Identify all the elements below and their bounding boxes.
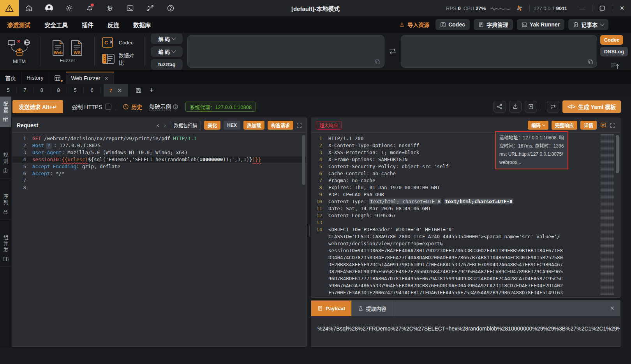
close-tab-icon[interactable]: ✕ [117, 87, 122, 94]
tab-home[interactable]: 首页 [0, 72, 21, 84]
codec-result-tab[interactable]: Codec [600, 35, 624, 45]
share-button[interactable] [494, 101, 506, 113]
side-tab-group-concurrent[interactable]: 组并发 [0, 230, 11, 267]
request-editor[interactable]: 1GET /webroot/decision/nx/report/v9/prin… [12, 133, 307, 346]
code-minimap[interactable] [601, 134, 614, 295]
fuzzer-launcher[interactable]: Web WS Fuzzer [42, 33, 93, 70]
web-fuzzer-file-icon[interactable]: Web [51, 40, 65, 56]
menu-database[interactable]: 数据库 [133, 21, 151, 29]
question-circle-icon[interactable] [173, 104, 178, 110]
send-request-button[interactable]: 发送请求 Alt+↵ [12, 100, 63, 113]
codec-tool[interactable]: C Codec [102, 37, 137, 48]
data-compare-tool[interactable]: 数据对比 [102, 51, 137, 66]
help-button[interactable] [160, 0, 181, 16]
fuzzer-tab-1[interactable]: 5 [0, 87, 17, 93]
response-editor[interactable]: 1HTTP/1.1 2002X-Content-Type-Options: no… [311, 133, 620, 297]
request-scrollbar[interactable] [302, 135, 305, 185]
user-avatar-button[interactable] [39, 0, 59, 16]
ws-fuzzer-file-icon[interactable]: WS [70, 40, 83, 56]
close-button[interactable]: ✕ [613, 0, 631, 16]
line-number: 10 [311, 198, 328, 205]
codec-input-area[interactable] [187, 35, 384, 68]
encode-dropdown[interactable]: 编 码 [151, 46, 183, 57]
home-button[interactable] [19, 0, 39, 16]
generate-yaml-button[interactable]: </> 生成 Yaml 模板 [562, 100, 621, 113]
copy-icon[interactable] [375, 59, 381, 65]
line-number: 3 [12, 149, 32, 156]
settings-gear-button[interactable] [59, 0, 79, 16]
menu-reverse[interactable]: 反连 [108, 21, 119, 29]
engine-pinwheel-icon[interactable] [515, 4, 524, 12]
hotload-button[interactable]: 热加载 [243, 121, 264, 130]
minimize-button[interactable]: — [573, 0, 591, 16]
tab-web-fuzzer[interactable]: Web Fuzzer✕ [66, 72, 114, 84]
lock-icon [3, 209, 8, 215]
blast-example-link[interactable]: 爆破示例 [149, 102, 171, 111]
codec-output-area[interactable] [401, 35, 597, 68]
switch-view-button[interactable] [547, 101, 559, 113]
notifications-bell-button[interactable] [79, 0, 100, 16]
dictionary-manager-button[interactable]: 字典管理 [474, 19, 513, 30]
save-session-icon[interactable] [135, 87, 142, 94]
export-button[interactable] [509, 101, 522, 113]
fuzzer-tab-3[interactable]: 8 [33, 87, 50, 93]
terminal-button[interactable] [120, 0, 140, 16]
request-title: Request [17, 122, 38, 128]
code-line: 2X-Content-Type-Options: nosniff [311, 142, 620, 149]
expand-icon[interactable] [610, 123, 615, 128]
menu-plugins[interactable]: 插件 [82, 21, 93, 29]
dnslog-tab[interactable]: DNSLog [600, 47, 628, 56]
next-arrow-icon[interactable]: › [163, 121, 167, 129]
close-tab-icon[interactable]: ✕ [104, 76, 109, 81]
history-button[interactable]: 历史 [123, 103, 142, 111]
side-tab-sequence[interactable]: 序列 [0, 189, 11, 220]
swap-io-icon[interactable] [384, 33, 401, 70]
prev-arrow-icon[interactable]: ‹ [156, 121, 160, 129]
encoding-dropdown[interactable]: 编码 [528, 121, 548, 130]
code-line: 6Accept: */* [12, 170, 307, 177]
payload-tab[interactable]: Payload [311, 301, 352, 316]
copy-icon[interactable] [587, 59, 594, 65]
expand-icon[interactable] [296, 123, 302, 128]
svg-text:WS: WS [74, 50, 81, 55]
detail-button[interactable]: 详情 [580, 121, 597, 130]
beautify-button[interactable]: 美化 [204, 121, 220, 130]
construct-request-button[interactable]: 构造请求 [268, 121, 293, 130]
comment-icon[interactable] [600, 122, 607, 129]
tab-grid-icon[interactable] [49, 72, 66, 84]
codec-button[interactable]: Codec [435, 19, 470, 30]
hex-button[interactable]: HEX [224, 121, 240, 130]
fuzzer-tab-6[interactable]: 6 [84, 87, 100, 93]
fuzzer-tab-2[interactable]: 7 [17, 87, 33, 93]
collapse-panel-icon[interactable] [610, 62, 620, 70]
add-session-icon[interactable]: + [150, 86, 154, 95]
menu-security-tools[interactable]: 安全工具 [44, 21, 68, 29]
mitm-launcher[interactable]: MITM [0, 33, 39, 70]
full-response-button[interactable]: 完整响应 [552, 121, 577, 130]
decode-dropdown[interactable]: 解 码 [151, 33, 183, 44]
code-line: 11Date: Sat, 14 Mar 2026 08:49:06 GMT [311, 205, 620, 212]
fuzzer-tab-4[interactable]: 8 [50, 87, 67, 93]
close-payload-icon[interactable]: ✕ [610, 305, 615, 312]
app-logo-button[interactable] [0, 0, 19, 16]
import-resources-button[interactable]: 导入资源 [399, 21, 429, 28]
side-tab-rules[interactable]: 规则 [0, 148, 11, 179]
yak-runner-button[interactable]: Yak Runner [517, 19, 564, 30]
panel-resize-handle[interactable] [308, 226, 310, 236]
fuzztag-button[interactable]: fuzztag [151, 59, 183, 70]
code-line: sessionID=94113068E7BA2EF40AA780179D223D… [311, 247, 620, 254]
extract-content-tab[interactable]: 提取内容 [352, 301, 393, 316]
maximize-button[interactable] [593, 0, 611, 16]
import-button[interactable] [525, 101, 537, 113]
menu-pentest[interactable]: 渗透测试 [7, 21, 30, 29]
notepad-button[interactable]: 记事本 [568, 19, 608, 30]
response-scrollbar[interactable] [616, 135, 619, 173]
tools-wrench-button[interactable] [140, 0, 160, 16]
side-tab-config[interactable]: 配置 [0, 97, 11, 127]
fuzzer-tab-active[interactable]: 7✕ [104, 84, 128, 97]
fuzzer-tab-5[interactable]: 5 [67, 87, 84, 93]
force-https-checkbox[interactable] [105, 104, 111, 110]
tab-history[interactable]: History [21, 72, 49, 84]
packet-scan-button[interactable]: 数据包扫描 [170, 121, 201, 130]
bug-report-button[interactable] [100, 0, 120, 16]
